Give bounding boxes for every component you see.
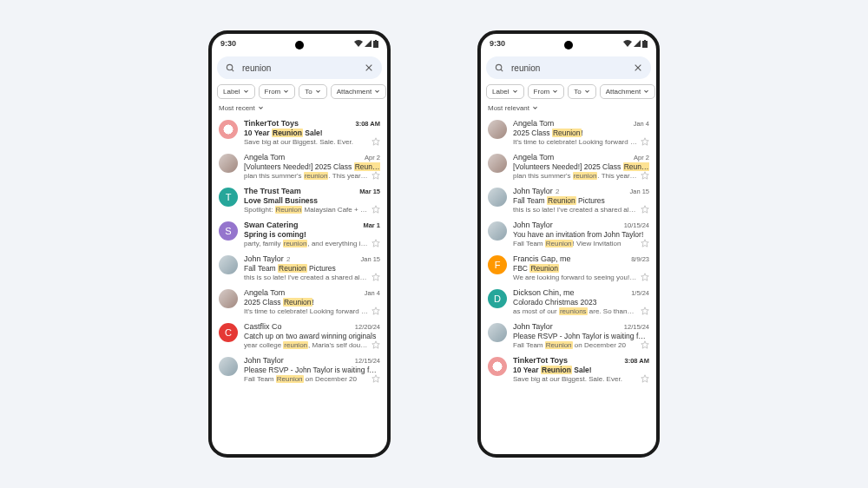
chevron-down-icon [315, 89, 321, 95]
email-sender: John Taylor2 [513, 187, 559, 195]
avatar[interactable] [488, 221, 507, 241]
avatar[interactable]: T [219, 188, 238, 207]
search-highlight: Reunion [275, 206, 303, 214]
avatar[interactable]: D [488, 289, 507, 308]
chip-to[interactable]: To [299, 84, 326, 99]
avatar[interactable] [219, 357, 238, 376]
email-snippet: Save big at our Biggest. Sale. Ever. [513, 375, 637, 383]
email-subject: 2025 Class Reunion! [513, 129, 649, 137]
email-row[interactable]: Angela TomJan 42025 Class Reunion!It's t… [481, 115, 656, 149]
email-row[interactable]: Angela TomApr 2[Volunteers Needed!] 2025… [212, 149, 387, 183]
chip-from[interactable]: From [528, 84, 565, 99]
search-input[interactable] [242, 63, 358, 73]
svg-line-17 [501, 69, 503, 70]
star-icon[interactable] [641, 374, 649, 383]
avatar[interactable] [219, 120, 238, 139]
email-row[interactable]: TinkerTot Toys3:08 AM10 Year Reunion Sal… [481, 353, 656, 386]
avatar[interactable] [488, 357, 507, 376]
email-row[interactable]: TThe Trust TeamMar 15Love Small Business… [212, 183, 387, 217]
star-icon[interactable] [641, 171, 649, 180]
sort-dropdown[interactable]: Most relevant [481, 104, 656, 115]
star-icon[interactable] [372, 239, 380, 247]
chevron-down-icon [643, 89, 649, 95]
star-icon[interactable] [372, 273, 380, 281]
search-input[interactable] [511, 63, 627, 73]
star-icon[interactable] [372, 340, 380, 349]
star-icon[interactable] [641, 239, 649, 247]
avatar[interactable] [488, 323, 507, 342]
star-icon[interactable] [641, 273, 649, 281]
email-time: 12/15/24 [355, 357, 380, 365]
email-row[interactable]: Angela TomApr 2[Volunteers Needed!] 2025… [481, 149, 656, 183]
chip-from[interactable]: From [259, 84, 296, 99]
search-highlight: reunions [559, 307, 588, 315]
svg-line-3 [232, 69, 233, 70]
email-time: Mar 15 [359, 188, 380, 195]
search-highlight: Reunion [545, 341, 573, 349]
svg-marker-20 [641, 138, 648, 145]
avatar[interactable] [219, 154, 238, 173]
star-icon[interactable] [372, 307, 380, 315]
chip-label[interactable]: Label [486, 84, 524, 99]
chevron-down-icon [258, 105, 264, 111]
email-row[interactable]: FFrancis Gap, me8/9/23FBC ReunionWe are … [481, 251, 656, 285]
chip-attachment[interactable]: Attachment [600, 84, 655, 99]
search-highlight: Reunion [623, 162, 649, 171]
chevron-down-icon [584, 89, 590, 95]
avatar[interactable]: F [488, 255, 507, 274]
sort-dropdown[interactable]: Most recent [212, 104, 387, 115]
camera-notch [295, 41, 304, 49]
sort-label: Most relevant [488, 104, 529, 112]
avatar[interactable] [488, 188, 507, 207]
avatar[interactable] [219, 255, 238, 274]
email-row[interactable]: CCastflix Co12/20/24Catch up on two awar… [212, 319, 387, 353]
search-bar[interactable] [217, 56, 382, 79]
email-row[interactable]: SSwan CateringMar 1Spring is coming!part… [212, 217, 387, 251]
email-row[interactable]: John Taylor12/15/24Please RSVP - John Ta… [481, 319, 656, 353]
filter-chips: Label From To Attachment [212, 84, 387, 104]
chip-to[interactable]: To [568, 84, 595, 99]
email-time: Mar 1 [363, 221, 380, 229]
email-sender: Angela Tom [244, 288, 285, 297]
star-icon[interactable] [641, 307, 649, 315]
star-icon[interactable] [641, 137, 649, 146]
avatar[interactable] [488, 154, 507, 173]
star-icon[interactable] [641, 340, 649, 349]
avatar[interactable]: C [219, 323, 238, 342]
avatar[interactable]: S [219, 221, 238, 241]
email-time: Jan 15 [360, 255, 380, 263]
search-highlight: Reunion [552, 129, 582, 137]
chip-attachment[interactable]: Attachment [331, 84, 386, 99]
email-snippet: plan this summer's reunion. This year we… [244, 172, 368, 180]
avatar[interactable] [488, 120, 507, 139]
svg-marker-12 [372, 341, 379, 348]
email-snippet: this is so late! I've created a shared a… [244, 274, 368, 281]
email-row[interactable]: John Taylor10/15/24You have an invitatio… [481, 217, 656, 251]
chip-label[interactable]: Label [217, 84, 255, 99]
email-list-left[interactable]: TinkerTot Toys3:08 AM10 Year Reunion Sal… [212, 115, 387, 454]
clear-icon[interactable] [365, 63, 373, 72]
star-icon[interactable] [372, 205, 380, 214]
signal-icon [634, 40, 641, 47]
email-time: Jan 15 [629, 188, 649, 195]
clear-icon[interactable] [634, 63, 642, 72]
email-row[interactable]: John Taylor2Jan 15Fall Team Reunion Pict… [212, 251, 387, 285]
chevron-down-icon [243, 89, 249, 95]
email-time: Apr 2 [634, 154, 649, 162]
svg-rect-0 [373, 41, 378, 48]
search-bar[interactable] [486, 56, 651, 79]
star-icon[interactable] [641, 205, 649, 214]
avatar[interactable] [219, 289, 238, 308]
email-time: 1/5/24 [631, 289, 649, 297]
email-subject: FBC Reunion [513, 264, 649, 273]
email-row[interactable]: DDickson Chin, me1/5/24Colorado Christma… [481, 285, 656, 319]
star-icon[interactable] [372, 137, 380, 146]
email-list-right[interactable]: Angela TomJan 42025 Class Reunion!It's t… [481, 115, 656, 454]
email-row[interactable]: John Taylor12/15/24Please RSVP - John Ta… [212, 353, 387, 386]
star-icon[interactable] [372, 171, 380, 180]
thread-count: 2 [286, 255, 290, 263]
email-row[interactable]: Angela TomJan 42025 Class Reunion!It's t… [212, 285, 387, 319]
email-row[interactable]: TinkerTot Toys3:08 AM10 Year Reunion Sal… [212, 115, 387, 149]
email-row[interactable]: John Taylor2Jan 15Fall Team Reunion Pict… [481, 183, 656, 217]
star-icon[interactable] [372, 374, 380, 383]
